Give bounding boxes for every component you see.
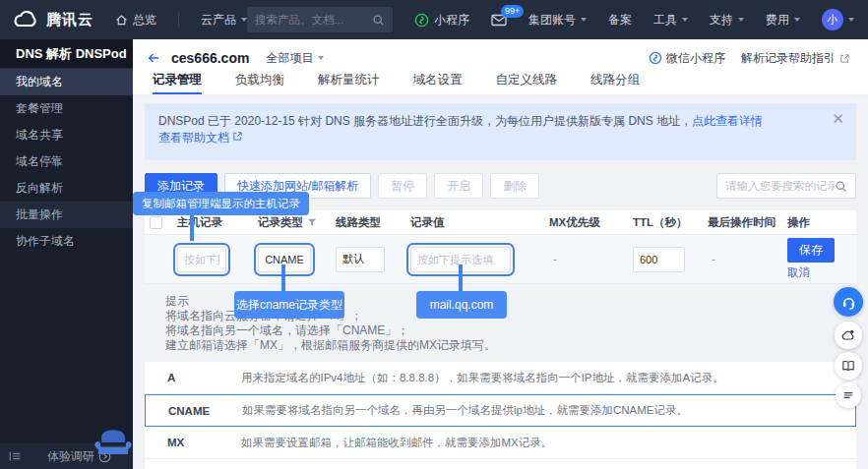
customer-support-button[interactable] (834, 287, 863, 317)
mx-priority-value: - (549, 253, 557, 266)
table-row-mx[interactable]: MX 如果需要设置邮箱，让邮箱能收到邮件，就需要添加MX记录。 (145, 427, 856, 459)
collapse-sidebar-icon[interactable] (8, 449, 22, 463)
tips-line: 将域名指向另一个域名，请选择「CNAME」； (165, 323, 856, 338)
tab-record-management[interactable]: 记录管理 (153, 72, 202, 94)
record-type-help-table: A 用来指定域名的IPv4地址（如：8.8.8.8），如果需要将域名指向一个IP… (145, 362, 856, 469)
cancel-link[interactable]: 取消 (787, 265, 810, 280)
chevron-down-icon (682, 18, 688, 22)
ttl-input[interactable] (633, 247, 685, 272)
search-icon[interactable] (372, 14, 385, 27)
search-icon[interactable] (835, 180, 847, 193)
nav-tools[interactable]: 工具 (653, 12, 688, 29)
column-header-last-op: 最后操作时间 (708, 215, 775, 230)
banner-close-icon[interactable]: ✕ (832, 111, 844, 126)
cloud-feedback-icon (840, 327, 856, 343)
nav-messages[interactable]: 99+ (491, 14, 507, 27)
global-search (247, 7, 393, 32)
enable-button[interactable]: 开启 (434, 173, 483, 199)
callout-type-tip: 选择cname记录类型 (234, 291, 344, 319)
documentation-button[interactable] (835, 352, 862, 380)
pause-button[interactable]: 暂停 (378, 173, 427, 199)
column-header-type: 记录类型 (258, 215, 317, 230)
external-link-icon (232, 131, 243, 142)
project-filter[interactable]: 全部项目 (266, 50, 324, 67)
banner-line1: DNSPod 已于 2020-12-15 针对 DNS 服务器地址进行全面升级，… (158, 113, 823, 130)
brand-name: 腾讯云 (46, 11, 93, 29)
tencent-cloud-logo[interactable]: 腾讯云 (12, 9, 93, 31)
nav-miniprogram[interactable]: 小程序 (414, 12, 469, 29)
column-header-value: 记录值 (410, 215, 445, 230)
line-type-input[interactable] (336, 247, 385, 272)
select-all-checkbox[interactable] (150, 216, 162, 229)
main-area: ces666.com 全部项目 微信小程序 解析记录帮助指引 记录管理 负载均衡… (133, 39, 868, 469)
callout-host-tip: 复制邮箱管理端显示的主机记录 (133, 192, 309, 215)
table-row-cname[interactable]: CNAME 如果需要将域名指向另一个域名，再由另一个域名提供ip地址，就需要添加… (145, 394, 856, 427)
nav-group-account[interactable]: 集团账号 (528, 12, 587, 29)
chevron-down-icon[interactable] (848, 18, 854, 22)
column-header-line: 线路类型 (336, 215, 381, 230)
list-icon (841, 388, 855, 402)
tab-line-groups[interactable]: 线路分组 (590, 72, 640, 94)
column-header-ttl: TTL（秒） (633, 215, 688, 230)
feedback-button[interactable] (835, 322, 862, 349)
sidebar-item-my-domains[interactable]: 我的域名 (0, 69, 133, 95)
content-area: DNSPod 已于 2020-12-15 针对 DNS 服务器地址进行全面升级，… (133, 95, 868, 469)
survey-list-button[interactable] (836, 382, 861, 408)
chevron-down-icon (794, 18, 800, 22)
tab-load-balancing[interactable]: 负载均衡 (235, 72, 284, 94)
home-icon (115, 14, 128, 27)
nav-beian[interactable]: 备案 (608, 12, 632, 29)
wechat-miniprogram-link[interactable]: 微信小程序 (649, 50, 725, 67)
nav-support[interactable]: 支持 (710, 12, 744, 29)
sidebar-item-collaborative-subdomains[interactable]: 协作子域名 (0, 228, 133, 255)
sidebar-item-reverse-dns[interactable]: 反向解析 (0, 175, 133, 202)
callout-value-tip: mail.qq.com (416, 291, 507, 319)
column-header-host: 主机记录 (177, 215, 222, 230)
open-book-icon (840, 358, 856, 374)
wechat-miniprogram-icon (649, 51, 662, 65)
sidebar-item-domain-parking[interactable]: 域名停靠 (0, 148, 133, 175)
record-search (716, 173, 856, 199)
table-row-txt[interactable]: TXT 在这里可以填写任何东西，长度限制255。绝大多数的TXT记录是用来做SP… (145, 459, 856, 469)
tab-custom-lines[interactable]: 自定义线路 (496, 72, 558, 94)
tips-line: 建立邮箱请选择「MX」，根据邮箱服务商提供的MX记录填写。 (165, 338, 856, 353)
domain-header: ces666.com 全部项目 微信小程序 解析记录帮助指引 (133, 39, 868, 69)
delete-button[interactable]: 删除 (490, 173, 539, 199)
tab-bar: 记录管理 负载均衡 解析量统计 域名设置 自定义线路 线路分组 (133, 69, 868, 95)
nav-products-menu[interactable]: 云产品 (201, 12, 247, 29)
sidebar-item-domain-sharing[interactable]: 域名共享 (0, 122, 133, 148)
headset-icon (840, 294, 857, 311)
sidebar-item-plan-management[interactable]: 套餐管理 (0, 95, 133, 122)
cloud-logo-icon (12, 9, 39, 31)
nav-billing[interactable]: 费用 (766, 12, 800, 29)
nav-divider (178, 13, 179, 27)
sofa-illustration (92, 423, 135, 466)
callout-connector (281, 264, 285, 292)
top-navbar: 腾讯云 总览 云产品 小程序 99+ 集团账号 备案 工具 支持 费用 (0, 0, 868, 39)
chevron-down-icon (318, 56, 324, 60)
tab-resolution-stats[interactable]: 解析量统计 (318, 72, 380, 94)
filter-icon[interactable] (307, 217, 317, 227)
tab-domain-settings[interactable]: 域名设置 (413, 72, 463, 94)
dns-help-guide-link[interactable]: 解析记录帮助指引 (741, 50, 854, 67)
last-operation-value: - (708, 253, 715, 266)
table-row-a[interactable]: A 用来指定域名的IPv4地址（如：8.8.8.8），如果需要将域名指向一个IP… (145, 362, 856, 394)
callout-connector (190, 214, 194, 241)
host-record-input[interactable] (177, 247, 226, 272)
column-header-mx: MX优先级 (549, 215, 600, 230)
global-search-input[interactable] (255, 14, 372, 26)
survey-link[interactable]: 体验调研 (47, 448, 94, 465)
miniprogram-icon (414, 13, 429, 28)
back-arrow-icon[interactable] (147, 51, 160, 65)
save-button[interactable]: 保存 (787, 238, 835, 263)
avatar[interactable]: 小 (822, 9, 843, 30)
banner-detail-link[interactable]: 点此查看详情 (692, 114, 763, 128)
page-title-domain: ces666.com (171, 50, 249, 66)
sidebar: DNS 解析 DNSPod 我的域名 套餐管理 域名共享 域名停靠 反向解析 批… (0, 39, 133, 469)
banner-line2: 查看帮助文档 (158, 130, 823, 147)
sidebar-item-batch-operations[interactable]: 批量操作 (0, 202, 133, 228)
nav-overview[interactable]: 总览 (115, 12, 156, 29)
record-search-input[interactable] (725, 180, 835, 192)
chevron-down-icon (738, 18, 744, 22)
banner-doc-link[interactable]: 查看帮助文档 (158, 131, 229, 145)
